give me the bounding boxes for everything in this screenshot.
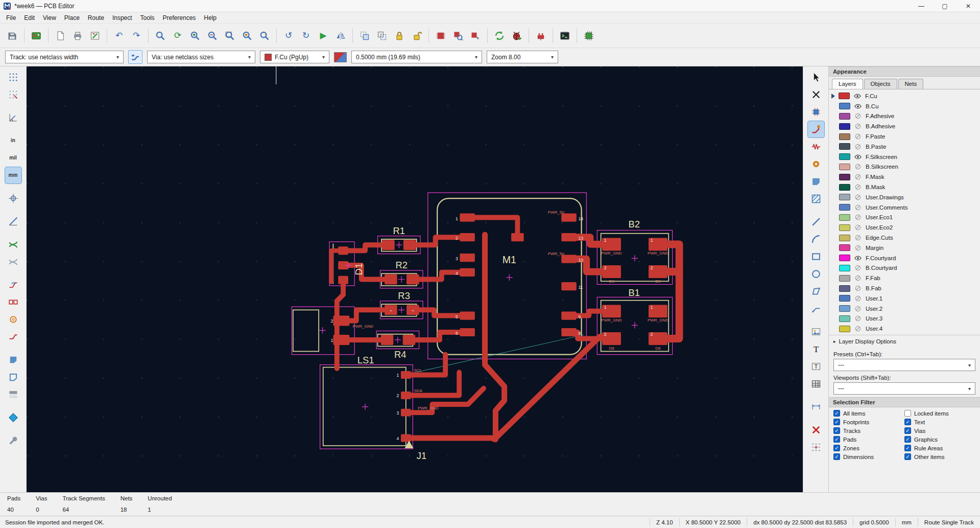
- rule-area-icon[interactable]: [808, 191, 824, 207]
- eye-off-icon[interactable]: [854, 274, 862, 282]
- track-width-menu-button[interactable]: [128, 50, 142, 64]
- eye-off-icon[interactable]: [854, 163, 862, 171]
- rotate-cw-icon[interactable]: ↻: [298, 28, 314, 44]
- layer-row[interactable]: User.Comments: [829, 202, 980, 213]
- menu-help[interactable]: Help: [200, 12, 221, 23]
- maximize-button[interactable]: ▢: [933, 0, 957, 12]
- layer-color-swatch[interactable]: [839, 153, 850, 160]
- grid-origin-icon[interactable]: [808, 439, 824, 455]
- layer-row[interactable]: Margin: [829, 243, 980, 253]
- ungroup-icon[interactable]: [374, 28, 390, 44]
- layer-row[interactable]: B.Mask: [829, 182, 980, 192]
- lock-icon[interactable]: [391, 28, 408, 44]
- viewports-dropdown[interactable]: --- ▾: [833, 382, 975, 395]
- presets-dropdown[interactable]: --- ▾: [833, 359, 975, 371]
- inactive-layer-icon[interactable]: [5, 386, 21, 403]
- layer-color-swatch[interactable]: [839, 265, 850, 271]
- save-icon[interactable]: [4, 28, 20, 44]
- text-box-icon[interactable]: T: [808, 358, 824, 375]
- layer-color-swatch[interactable]: [839, 174, 850, 180]
- tab-objects[interactable]: Objects: [864, 79, 897, 89]
- delete-icon[interactable]: [808, 422, 824, 438]
- layer-color-swatch[interactable]: [839, 194, 850, 200]
- eye-icon[interactable]: [854, 153, 862, 161]
- menu-edit[interactable]: Edit: [20, 12, 39, 23]
- plot-icon[interactable]: [87, 28, 103, 44]
- layer-row[interactable]: F.Courtyard: [829, 253, 980, 263]
- layer-color-swatch[interactable]: [839, 143, 850, 150]
- draw-arc-icon[interactable]: [808, 231, 824, 247]
- find-icon[interactable]: [152, 28, 169, 44]
- filter-all-items[interactable]: ✓All items: [833, 410, 904, 417]
- layer-pair-swap-button[interactable]: [334, 52, 347, 62]
- layer-row[interactable]: B.Paste: [829, 142, 980, 152]
- eye-off-icon[interactable]: [854, 122, 862, 130]
- eye-off-icon[interactable]: [854, 264, 862, 272]
- filter-zones[interactable]: ✓Zones: [833, 445, 904, 451]
- layer-selector-dropdown[interactable]: F.Cu (PgUp) ▾: [260, 51, 329, 63]
- layer-display-options[interactable]: ▸ Layer Display Options: [829, 335, 980, 348]
- layer-color-swatch[interactable]: [839, 123, 850, 130]
- layer-row[interactable]: User.Drawings: [829, 192, 980, 202]
- tab-nets[interactable]: Nets: [898, 79, 924, 89]
- eye-off-icon[interactable]: [854, 143, 862, 151]
- units-mils-icon[interactable]: mil: [5, 150, 21, 166]
- minimize-button[interactable]: —: [910, 0, 933, 12]
- layer-row[interactable]: Edge.Cuts: [829, 233, 980, 243]
- script-console-icon[interactable]: [557, 28, 573, 44]
- tune-length-icon[interactable]: [808, 139, 824, 155]
- filter-tracks[interactable]: ✓Tracks: [833, 427, 904, 434]
- menu-preferences[interactable]: Preferences: [159, 12, 200, 23]
- checkbox[interactable]: ✓: [904, 436, 911, 443]
- checkbox[interactable]: ✓: [833, 445, 840, 451]
- menu-route[interactable]: Route: [84, 12, 108, 23]
- grid-overrides-icon[interactable]: [5, 86, 21, 103]
- filter-vias[interactable]: ✓Vias: [904, 427, 975, 434]
- units-mm-icon[interactable]: mm: [5, 167, 21, 183]
- layer-row[interactable]: User.Eco1: [829, 213, 980, 223]
- layer-color-swatch[interactable]: [839, 235, 850, 241]
- drc-icon[interactable]: [509, 28, 525, 44]
- layer-color-swatch[interactable]: [839, 113, 850, 120]
- checkbox[interactable]: ✓: [904, 419, 911, 425]
- track-width-value-dropdown[interactable]: 0.5000 mm (19.69 mils) ▾: [351, 51, 482, 63]
- menu-file[interactable]: File: [2, 12, 20, 23]
- draw-line-icon[interactable]: [808, 214, 824, 230]
- layer-row[interactable]: F.Mask: [829, 172, 980, 182]
- eye-off-icon[interactable]: [854, 132, 862, 141]
- checkbox[interactable]: ✓: [833, 427, 840, 434]
- place-via-icon[interactable]: [808, 156, 824, 172]
- pad-display-icon[interactable]: [5, 294, 21, 310]
- checkbox[interactable]: ✓: [904, 445, 911, 451]
- eye-off-icon[interactable]: [854, 294, 862, 303]
- footprint-properties-icon[interactable]: [467, 28, 484, 44]
- place-footprint-icon[interactable]: [808, 104, 824, 120]
- draw-poly-icon[interactable]: [808, 283, 824, 300]
- local-ratsnest-icon[interactable]: [808, 86, 824, 103]
- layer-row[interactable]: B.Silkscreen: [829, 162, 980, 172]
- filter-pads[interactable]: ✓Pads: [833, 436, 904, 443]
- layer-color-swatch[interactable]: [839, 244, 850, 251]
- filter-rule-areas[interactable]: ✓Rule Areas: [904, 445, 975, 451]
- refresh-icon[interactable]: ⟳: [170, 28, 186, 44]
- checkbox[interactable]: ✓: [833, 436, 840, 443]
- footprint-browser-icon[interactable]: [450, 28, 466, 44]
- menu-tools[interactable]: Tools: [136, 12, 159, 23]
- layer-row[interactable]: F.Paste: [829, 131, 980, 142]
- layer-row[interactable]: F.Adhesive: [829, 111, 980, 122]
- place-text-icon[interactable]: T: [808, 341, 824, 357]
- eye-off-icon[interactable]: [854, 112, 862, 120]
- eye-off-icon[interactable]: [854, 305, 862, 313]
- layer-row[interactable]: User.1: [829, 293, 980, 304]
- grid-icon[interactable]: [5, 69, 21, 85]
- zoom-objects-icon[interactable]: [239, 28, 255, 44]
- update-pcb-icon[interactable]: [491, 28, 508, 44]
- eye-off-icon[interactable]: [854, 314, 862, 323]
- draw-circle-icon[interactable]: [808, 266, 824, 282]
- place-table-icon[interactable]: [808, 376, 824, 392]
- polar-coords-icon[interactable]: [5, 109, 21, 126]
- layer-color-swatch[interactable]: [839, 305, 850, 312]
- menu-view[interactable]: View: [39, 12, 60, 23]
- plugin-icon[interactable]: [533, 28, 549, 44]
- rotate-ccw-icon[interactable]: ↺: [280, 28, 297, 44]
